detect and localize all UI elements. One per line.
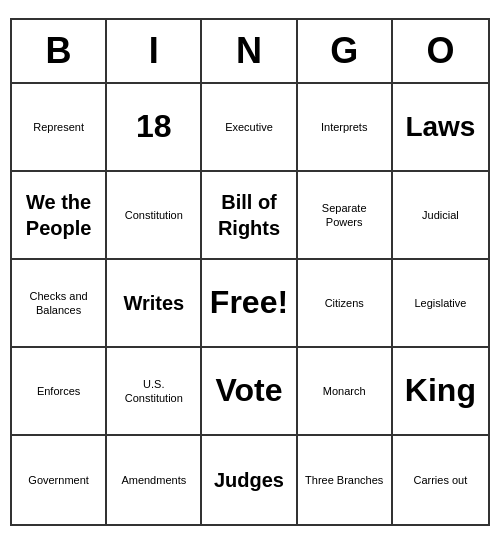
cell-text: Represent	[33, 120, 84, 134]
bingo-cell[interactable]: Writes	[107, 260, 202, 348]
bingo-grid: Represent18ExecutiveInterpretsLawsWe the…	[12, 84, 488, 524]
cell-text: Writes	[123, 290, 184, 316]
bingo-card: BINGO Represent18ExecutiveInterpretsLaws…	[10, 18, 490, 526]
header-letter: I	[107, 20, 202, 82]
cell-text: King	[405, 370, 476, 412]
bingo-cell[interactable]: Represent	[12, 84, 107, 172]
cell-text: Laws	[405, 109, 475, 145]
bingo-cell[interactable]: Executive	[202, 84, 297, 172]
cell-text: Three Branches	[305, 473, 383, 487]
cell-text: Separate Powers	[304, 201, 385, 230]
header-letter: B	[12, 20, 107, 82]
bingo-cell[interactable]: Judges	[202, 436, 297, 524]
cell-text: U.S. Constitution	[113, 377, 194, 406]
cell-text: Judges	[214, 467, 284, 493]
header-letter: O	[393, 20, 488, 82]
bingo-cell[interactable]: King	[393, 348, 488, 436]
bingo-cell[interactable]: 18	[107, 84, 202, 172]
bingo-cell[interactable]: Government	[12, 436, 107, 524]
cell-text: Monarch	[323, 384, 366, 398]
bingo-cell[interactable]: Separate Powers	[298, 172, 393, 260]
bingo-cell[interactable]: Constitution	[107, 172, 202, 260]
bingo-cell[interactable]: Free!	[202, 260, 297, 348]
cell-text: Interprets	[321, 120, 367, 134]
cell-text: Judicial	[422, 208, 459, 222]
bingo-cell[interactable]: Laws	[393, 84, 488, 172]
cell-text: We the People	[18, 189, 99, 241]
bingo-cell[interactable]: U.S. Constitution	[107, 348, 202, 436]
bingo-cell[interactable]: Monarch	[298, 348, 393, 436]
cell-text: Checks and Balances	[18, 289, 99, 318]
cell-text: Government	[28, 473, 89, 487]
cell-text: Enforces	[37, 384, 80, 398]
cell-text: Executive	[225, 120, 273, 134]
bingo-cell[interactable]: Citizens	[298, 260, 393, 348]
bingo-cell[interactable]: Legislative	[393, 260, 488, 348]
bingo-cell[interactable]: Interprets	[298, 84, 393, 172]
bingo-header: BINGO	[12, 20, 488, 84]
cell-text: Vote	[216, 370, 283, 412]
cell-text: Carries out	[413, 473, 467, 487]
cell-text: 18	[136, 106, 172, 148]
bingo-cell[interactable]: Bill of Rights	[202, 172, 297, 260]
bingo-cell[interactable]: We the People	[12, 172, 107, 260]
header-letter: G	[298, 20, 393, 82]
bingo-cell[interactable]: Vote	[202, 348, 297, 436]
bingo-cell[interactable]: Checks and Balances	[12, 260, 107, 348]
cell-text: Amendments	[121, 473, 186, 487]
bingo-cell[interactable]: Judicial	[393, 172, 488, 260]
bingo-cell[interactable]: Carries out	[393, 436, 488, 524]
cell-text: Citizens	[325, 296, 364, 310]
header-letter: N	[202, 20, 297, 82]
cell-text: Free!	[210, 282, 288, 324]
cell-text: Bill of Rights	[208, 189, 289, 241]
bingo-cell[interactable]: Enforces	[12, 348, 107, 436]
bingo-cell[interactable]: Three Branches	[298, 436, 393, 524]
bingo-cell[interactable]: Amendments	[107, 436, 202, 524]
cell-text: Constitution	[125, 208, 183, 222]
cell-text: Legislative	[414, 296, 466, 310]
